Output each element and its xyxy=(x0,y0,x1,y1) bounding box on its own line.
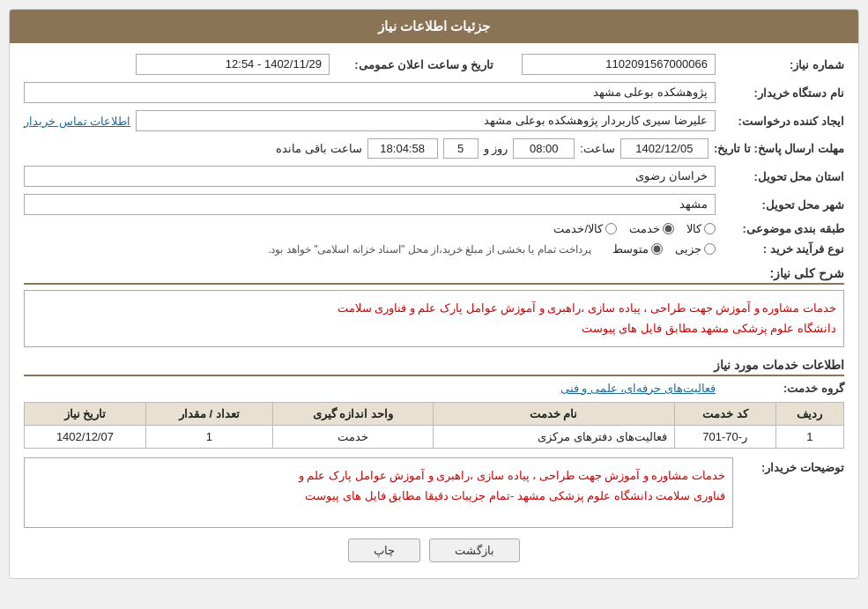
city-label: شهر محل تحویل: xyxy=(721,198,844,212)
send-time-label: ساعت: xyxy=(580,142,615,155)
table-row: 1 ر-70-701 فعالیت‌های دفترهای مرکزی خدمت… xyxy=(25,425,844,448)
col-header-quantity: تعداد / مقدار xyxy=(145,402,272,425)
request-number-value: 1102091567000066 xyxy=(522,54,716,75)
announcement-date-value: 1402/11/29 - 12:54 xyxy=(136,54,330,75)
description-line2: دانشگاه علوم پزشکی مشهد مطابق فایل های پ… xyxy=(32,318,836,338)
creator-value: علیرضا سیری کاربردار پژوهشکده بوعلی مشهد xyxy=(136,110,716,131)
contact-link[interactable]: اطلاعات تماس خریدار xyxy=(24,115,130,128)
category-option-kala-khedmat[interactable]: کالا/خدمت xyxy=(553,222,617,235)
purchase-type-radio-jozi[interactable] xyxy=(704,243,716,255)
col-header-row-num: ردیف xyxy=(775,402,843,425)
purchase-type-jozi[interactable]: جزیی xyxy=(675,242,716,256)
description-box: خدمات مشاوره و آموزش جهت طراحی ، پیاده س… xyxy=(24,290,844,347)
buyer-desc-label: توضیحات خریدار: xyxy=(738,457,844,474)
province-value: خراسان رضوی xyxy=(24,166,716,187)
page-header: جزئیات اطلاعات نیاز xyxy=(10,10,858,43)
category-option-kala[interactable]: کالا xyxy=(686,222,716,235)
send-time-value: 08:00 xyxy=(513,138,575,159)
send-day-label: روز و xyxy=(484,142,508,155)
send-remaining-label: ساعت باقی مانده xyxy=(276,142,361,155)
announcement-date-label: تاریخ و ساعت اعلان عمومی: xyxy=(335,58,493,71)
org-name-value: پژوهشکده بوعلی مشهد xyxy=(24,82,716,103)
send-day-value: 5 xyxy=(443,138,479,159)
buyer-desc-line2: فناوری سلامت دانشگاه علوم پزشکی مشهد -تم… xyxy=(32,486,725,506)
description-section-title: شرح کلی نیاز: xyxy=(24,266,844,285)
category-radio-group: کالا خدمت کالا/خدمت xyxy=(24,222,716,235)
service-group-value[interactable]: فعالیت‌های حرفه‌ای، علمی و فنی xyxy=(560,382,716,395)
creator-label: ایجاد کننده درخواست: xyxy=(721,115,844,128)
cell-service-code: ر-70-701 xyxy=(674,425,775,448)
cell-service-name: فعالیت‌های دفترهای مرکزی xyxy=(433,425,674,448)
purchase-type-label: نوع فرآیند خرید : xyxy=(721,242,844,256)
buyer-desc-line1: خدمات مشاوره و آموزش جهت طراحی ، پیاده س… xyxy=(32,465,725,486)
cell-date-needed: 1402/12/07 xyxy=(25,425,146,448)
cell-row-num: 1 xyxy=(775,425,843,448)
purchase-note: پرداخت تمام یا بخشی از مبلغ خرید،از محل … xyxy=(268,243,591,256)
category-label: طبقه بندی موضوعی: xyxy=(721,222,844,235)
col-header-date-needed: تاریخ نیاز xyxy=(25,402,146,425)
service-group-label: گروه خدمت: xyxy=(721,382,844,395)
category-radio-kala-khedmat[interactable] xyxy=(605,223,617,234)
col-header-service-code: کد خدمت xyxy=(674,402,775,425)
request-number-label: شماره نیاز: xyxy=(721,58,844,71)
send-remaining-value: 18:04:58 xyxy=(367,138,438,159)
col-header-service-name: نام خدمت xyxy=(433,402,674,425)
col-header-unit: واحد اندازه گیری xyxy=(272,402,433,425)
cell-quantity: 1 xyxy=(145,425,272,448)
service-table: ردیف کد خدمت نام خدمت واحد اندازه گیری ت… xyxy=(24,402,844,449)
button-row: بازگشت چاپ xyxy=(24,538,844,562)
service-section-title: اطلاعات خدمات مورد نیاز xyxy=(24,358,844,376)
purchase-type-radio-mottavasset[interactable] xyxy=(651,243,663,255)
print-button[interactable]: چاپ xyxy=(348,538,420,562)
purchase-type-mottavasset[interactable]: متوسط xyxy=(612,242,663,256)
province-label: استان محل تحویل: xyxy=(721,170,844,183)
city-value: مشهد xyxy=(24,194,716,215)
buyer-desc-box: خدمات مشاوره و آموزش جهت طراحی ، پیاده س… xyxy=(24,457,733,528)
page-title: جزئیات اطلاعات نیاز xyxy=(378,19,490,33)
category-radio-kala[interactable] xyxy=(704,223,716,234)
send-deadline-label: مهلت ارسال پاسخ: تا تاریخ: xyxy=(714,142,844,155)
org-name-label: نام دستگاه خریدار: xyxy=(721,86,844,100)
category-radio-khedmat[interactable] xyxy=(663,223,674,234)
send-date-value: 1402/12/05 xyxy=(620,138,708,159)
back-button[interactable]: بازگشت xyxy=(429,538,520,562)
cell-unit: خدمت xyxy=(272,425,433,448)
category-option-khedmat[interactable]: خدمت xyxy=(629,222,674,235)
purchase-type-radio-group: جزیی متوسط پرداخت تمام یا بخشی از مبلغ خ… xyxy=(24,242,716,256)
description-line1: خدمات مشاوره و آموزش جهت طراحی ، پیاده س… xyxy=(32,298,836,318)
